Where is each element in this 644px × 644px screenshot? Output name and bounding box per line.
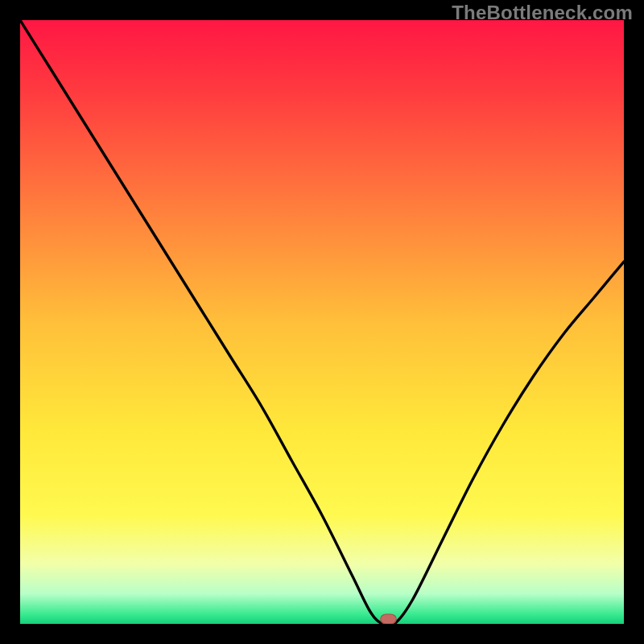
optimum-marker (381, 614, 397, 624)
chart-frame: TheBottleneck.com (0, 0, 644, 644)
gradient-background (20, 20, 624, 624)
chart-svg (20, 20, 624, 624)
watermark-text: TheBottleneck.com (452, 2, 633, 24)
plot-area (20, 20, 624, 624)
